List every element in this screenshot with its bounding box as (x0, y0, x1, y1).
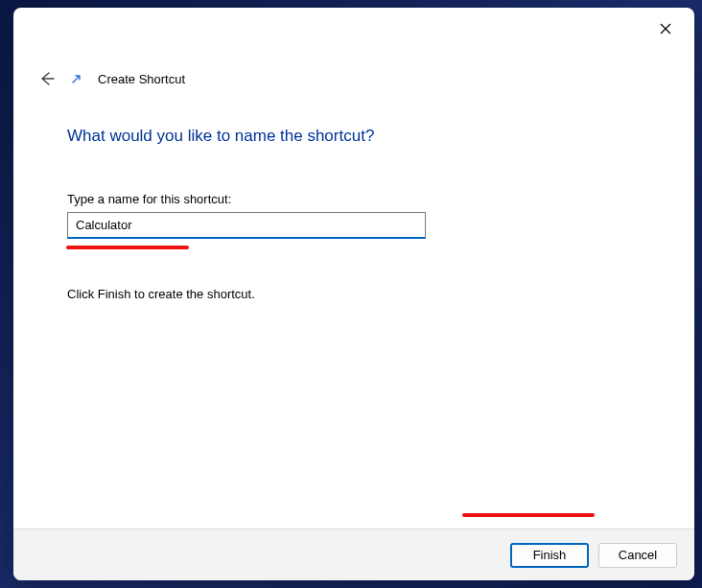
finish-button[interactable]: Finish (510, 543, 589, 568)
wizard-content: What would you like to name the shortcut… (13, 96, 694, 529)
create-shortcut-wizard: Create Shortcut What would you like to n… (13, 8, 694, 580)
close-button[interactable] (644, 13, 687, 44)
annotation-underline (462, 513, 595, 517)
shortcut-name-input[interactable] (67, 212, 426, 239)
instruction-text: Click Finish to create the shortcut. (67, 287, 641, 301)
wizard-title: Create Shortcut (98, 72, 185, 86)
shortcut-overlay-icon (69, 71, 84, 86)
cancel-button[interactable]: Cancel (598, 543, 677, 568)
wizard-button-bar: Finish Cancel (13, 529, 694, 580)
back-arrow-icon[interactable] (36, 69, 56, 88)
page-heading: What would you like to name the shortcut… (67, 127, 641, 146)
title-bar (13, 8, 694, 50)
wizard-header: Create Shortcut (13, 50, 694, 96)
name-field-label: Type a name for this shortcut: (67, 192, 641, 206)
annotation-underline (66, 246, 189, 249)
